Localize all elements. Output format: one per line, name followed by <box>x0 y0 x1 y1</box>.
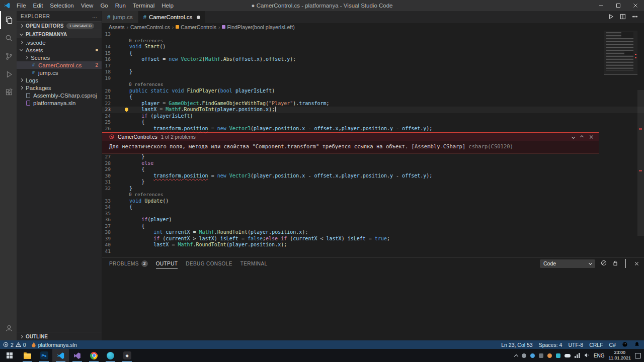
line-number[interactable]: 14 <box>102 44 117 50</box>
line-number[interactable] <box>102 38 117 44</box>
line-number[interactable]: 40 <box>102 242 117 248</box>
vscode-taskbar-icon[interactable] <box>52 349 69 362</box>
line-number[interactable]: 27 <box>102 154 117 160</box>
tree-item-packages[interactable]: Packages <box>17 84 102 92</box>
line-number[interactable]: 19 <box>102 75 117 82</box>
menu-file[interactable]: File <box>13 0 30 11</box>
volume-icon[interactable] <box>584 351 590 360</box>
line-number[interactable]: 16 <box>102 56 117 63</box>
action-center-icon[interactable] <box>635 353 641 358</box>
more-actions-button[interactable] <box>632 13 638 22</box>
start-button[interactable] <box>0 349 19 362</box>
menu-edit[interactable]: Edit <box>30 0 47 11</box>
line-number[interactable]: 25 <box>102 119 117 126</box>
code-line[interactable]: 40 lastX = Mathf.RoundToInt(player.posit… <box>102 242 644 248</box>
codelens-row[interactable]: 0 references <box>102 81 644 88</box>
line-number[interactable]: 22 <box>102 101 117 107</box>
menu-selection[interactable]: Selection <box>46 0 77 11</box>
code-line[interactable]: 33 void Update() <box>102 198 644 205</box>
account-icon[interactable] <box>0 319 17 337</box>
code-line[interactable]: 34 { <box>102 204 644 211</box>
line-number[interactable]: 36 <box>102 217 117 223</box>
line-number[interactable]: 20 <box>102 88 117 95</box>
tree-item-assembly-csharp-csproj[interactable]: Assembly-CSharp.csproj <box>17 92 102 99</box>
code-line[interactable]: 31 } <box>102 179 644 186</box>
line-number[interactable]: 39 <box>102 236 117 242</box>
code-line[interactable]: 24 if (playerIsLeft) <box>102 113 644 120</box>
code-line[interactable]: 38 int currentX = Mathf.RoundToInt(playe… <box>102 229 644 236</box>
output-channel-select[interactable]: Code <box>540 259 595 268</box>
split-editor-button[interactable] <box>620 13 626 22</box>
maximize-panel-icon[interactable] <box>624 259 629 268</box>
minimize-button[interactable] <box>593 0 610 11</box>
tree-item-scenes[interactable]: Scenes <box>17 54 102 61</box>
extensions-icon[interactable] <box>0 83 17 102</box>
tree-item-vscode[interactable]: .vscode <box>17 39 102 46</box>
menu-view[interactable]: View <box>77 0 97 11</box>
line-number[interactable] <box>102 81 117 88</box>
line-number[interactable]: 13 <box>102 31 117 38</box>
code-line[interactable]: 25 { <box>102 119 644 126</box>
line-number[interactable]: 34 <box>102 204 117 211</box>
search-icon[interactable] <box>0 29 17 47</box>
feedback-smiley-icon[interactable] <box>622 341 628 348</box>
line-number[interactable]: 23 <box>102 107 117 113</box>
output-panel-content[interactable] <box>102 269 644 340</box>
file-explorer-icon[interactable] <box>19 349 36 362</box>
breadcrumb-item-camercontrol-cs[interactable]: CamerControl.cs <box>130 24 170 30</box>
line-number[interactable]: 35 <box>102 211 117 217</box>
tray-expand-icon[interactable] <box>514 354 518 358</box>
code-line[interactable]: 15 { <box>102 50 644 57</box>
project-section[interactable]: PLATFORMANYA <box>17 30 102 38</box>
breadcrumb-item-findplayer-bool-playerisleft[interactable]: FindPlayer(bool playerIsLeft) <box>222 24 294 30</box>
run-button[interactable] <box>608 13 614 22</box>
line-number[interactable]: 28 <box>102 160 117 167</box>
chrome-icon[interactable] <box>86 349 102 362</box>
code-line[interactable]: 39 if (currentX > lastX) isLeft = false;… <box>102 236 644 242</box>
codelens-row[interactable]: 0 references <box>102 192 644 198</box>
code-editor[interactable]: 13 0 references14 void Start()15 {16 off… <box>102 31 644 257</box>
panel-tab-terminal[interactable]: TERMINAL <box>240 257 268 269</box>
line-number[interactable]: 32 <box>102 186 117 192</box>
menu-go[interactable]: Go <box>97 0 111 11</box>
run-debug-icon[interactable] <box>0 65 17 83</box>
close-panel-icon[interactable] <box>634 261 639 266</box>
project-status[interactable]: platformanya.sln <box>31 342 77 348</box>
line-number[interactable]: 26 <box>102 126 117 132</box>
tree-item-logs[interactable]: Logs <box>17 76 102 84</box>
previous-problem-icon[interactable] <box>580 135 584 138</box>
tree-item-platformanya-sln[interactable]: platformanya.sln <box>17 99 102 107</box>
panel-tab-output[interactable]: OUTPUT <box>156 257 178 269</box>
line-number[interactable]: 37 <box>102 223 117 230</box>
line-number[interactable]: 31 <box>102 179 117 186</box>
tree-item-camercontrol-cs[interactable]: CamerControl.cs2 <box>17 61 102 69</box>
next-problem-icon[interactable] <box>572 135 575 138</box>
app-icon-teal[interactable] <box>102 349 119 362</box>
status-language-mode[interactable]: C# <box>609 342 616 348</box>
maximize-button[interactable] <box>610 0 627 11</box>
tray-icon-2[interactable] <box>530 353 535 358</box>
cloud-tray-icon[interactable] <box>565 354 571 357</box>
code-line[interactable]: 22 player = GameObject.FindGameObjectWit… <box>102 101 644 107</box>
scroll-lock-icon[interactable] <box>612 259 618 268</box>
code-line[interactable]: 21 { <box>102 94 644 101</box>
codelens-references[interactable]: 0 references <box>117 192 164 198</box>
line-number[interactable]: 29 <box>102 166 117 173</box>
code-line[interactable]: 16 offset = new Vector2(Mathf.Abs(offset… <box>102 56 644 63</box>
status-cursor-position[interactable]: Ln 23, Col 53 <box>501 342 532 348</box>
tray-icon-4[interactable] <box>547 353 552 358</box>
breadcrumb-item-camercontrols[interactable]: CamerControls <box>176 24 216 30</box>
chevron-icon[interactable] <box>20 41 23 44</box>
line-number[interactable]: 33 <box>102 198 117 205</box>
tray-icon-3[interactable] <box>539 353 543 358</box>
status-eol[interactable]: CRLF <box>589 342 603 348</box>
network-icon[interactable] <box>575 351 580 360</box>
line-number[interactable] <box>102 192 117 198</box>
minimap[interactable] <box>604 31 637 75</box>
code-line[interactable]: 18 } <box>102 69 644 75</box>
codelens-references[interactable]: 0 references <box>117 38 164 44</box>
status-encoding[interactable]: UTF-8 <box>568 342 583 348</box>
line-number[interactable]: 24 <box>102 113 117 120</box>
code-line[interactable]: 23 lastX = Mathf.RoundToInt(player.posit… <box>102 107 644 113</box>
code-line[interactable]: 37 { <box>102 223 644 230</box>
